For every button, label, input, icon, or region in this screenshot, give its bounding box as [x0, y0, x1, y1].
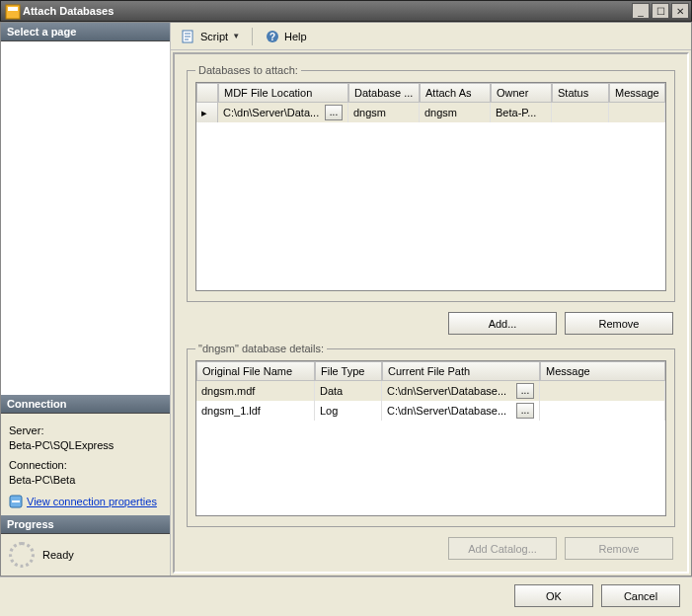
browse-path-button[interactable]: ...	[516, 383, 534, 399]
window-title: Attach Databases	[23, 5, 630, 17]
connection-label: Connection:	[9, 458, 162, 473]
cancel-button[interactable]: Cancel	[601, 584, 680, 607]
help-button[interactable]: ? Help	[261, 27, 311, 46]
add-button[interactable]: Add...	[448, 312, 557, 335]
col-status[interactable]: Status	[552, 83, 609, 103]
dialog-footer: OK Cancel	[0, 577, 692, 614]
cell-message	[540, 381, 665, 401]
col-owner[interactable]: Owner	[491, 83, 552, 103]
toolbar: Script ▼ ? Help	[171, 23, 691, 50]
properties-icon	[9, 495, 23, 508]
cell-path: C:\dn\Server\Database...	[387, 405, 506, 417]
svg-rect-1	[8, 7, 18, 11]
cell-attach-as[interactable]: dngsm	[420, 103, 491, 122]
table-row[interactable]: dngsm.mdf Data C:\dn\Server\Database....…	[196, 381, 665, 401]
remove-button[interactable]: Remove	[565, 312, 673, 335]
cell-ftype: Data	[315, 381, 382, 401]
add-catalog-button: Add Catalog...	[448, 537, 557, 560]
main-content: Databases to attach: MDF File Location D…	[173, 52, 689, 574]
svg-text:?: ?	[269, 32, 275, 42]
cell-message	[540, 401, 665, 421]
progress-header: Progress	[1, 515, 170, 534]
col-message[interactable]: Message	[609, 83, 665, 103]
cell-message	[609, 103, 665, 122]
left-panel: Select a page Connection Server: Beta-PC…	[1, 23, 171, 576]
select-page-header: Select a page	[1, 23, 170, 41]
cell-orig: dngsm_1.ldf	[196, 401, 315, 421]
details-fieldset: "dngsm" database details: Original File …	[187, 343, 675, 527]
app-icon	[5, 4, 19, 18]
col-database[interactable]: Database ...	[348, 83, 420, 103]
close-button[interactable]: ✕	[671, 3, 689, 19]
details-grid-header: Original File Name File Type Current Fil…	[196, 361, 665, 381]
col-message2[interactable]: Message	[540, 361, 665, 381]
connection-header: Connection	[1, 395, 170, 414]
remove-detail-button: Remove	[565, 537, 673, 560]
attach-fieldset: Databases to attach: MDF File Location D…	[187, 64, 675, 302]
browse-mdf-button[interactable]: ...	[325, 105, 343, 120]
view-connection-properties-link[interactable]: View connection properties	[27, 495, 157, 509]
col-orig-filename[interactable]: Original File Name	[196, 361, 315, 381]
cell-owner: Beta-P...	[491, 103, 552, 122]
script-icon	[181, 29, 196, 44]
page-tree[interactable]	[1, 41, 170, 395]
dialog-body: Select a page Connection Server: Beta-PC…	[0, 22, 692, 577]
cell-orig: dngsm.mdf	[196, 381, 315, 401]
maximize-button[interactable]: ☐	[652, 3, 669, 19]
cell-path: C:\dn\Server\Database...	[387, 385, 506, 397]
progress-status: Ready	[42, 549, 74, 561]
browse-path-button[interactable]: ...	[516, 403, 534, 419]
col-current-path[interactable]: Current File Path	[382, 361, 540, 381]
cell-ftype: Log	[315, 401, 382, 421]
databases-grid[interactable]: MDF File Location Database ... Attach As…	[195, 82, 666, 291]
col-attach-as[interactable]: Attach As	[420, 83, 491, 103]
table-row[interactable]: ▸ C:\dn\Server\Data...... dngsm dngsm Be…	[196, 103, 665, 122]
col-file-type[interactable]: File Type	[315, 361, 382, 381]
script-label: Script	[200, 31, 228, 42]
script-button[interactable]: Script ▼	[177, 27, 244, 46]
svg-rect-3	[12, 500, 20, 502]
attach-legend: Databases to attach:	[195, 64, 301, 76]
cell-mdf: C:\dn\Server\Data...	[223, 107, 319, 118]
details-grid[interactable]: Original File Name File Type Current Fil…	[195, 360, 666, 516]
databases-grid-header: MDF File Location Database ... Attach As…	[196, 83, 665, 103]
title-bar: Attach Databases _ ☐ ✕	[0, 0, 692, 22]
connection-block: Server: Beta-PC\SQLExpress Connection: B…	[1, 414, 170, 515]
server-value: Beta-PC\SQLExpress	[9, 438, 162, 453]
row-selector-icon[interactable]: ▸	[196, 103, 218, 122]
chevron-down-icon: ▼	[232, 32, 240, 40]
col-mdf[interactable]: MDF File Location	[218, 83, 348, 103]
progress-spinner-icon	[9, 542, 35, 568]
cell-status	[552, 103, 609, 122]
cell-database: dngsm	[348, 103, 420, 122]
connection-value: Beta-PC\Beta	[9, 473, 162, 488]
help-label: Help	[284, 31, 307, 42]
progress-block: Ready	[1, 534, 170, 576]
details-legend: "dngsm" database details:	[195, 343, 327, 354]
server-label: Server:	[9, 424, 162, 438]
table-row[interactable]: dngsm_1.ldf Log C:\dn\Server\Database...…	[196, 401, 665, 421]
right-panel: Script ▼ ? Help Databases to attach: MDF…	[171, 23, 691, 576]
minimize-button[interactable]: _	[632, 3, 650, 19]
help-icon: ?	[265, 29, 280, 44]
ok-button[interactable]: OK	[514, 584, 593, 607]
